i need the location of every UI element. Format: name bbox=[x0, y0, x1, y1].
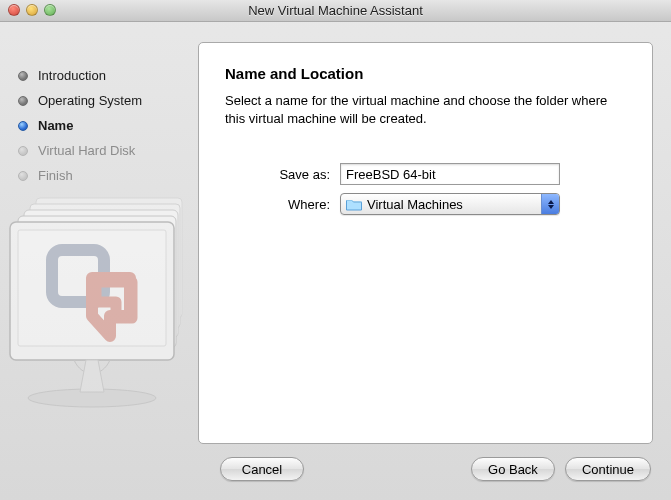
step-virtual-hard-disk: Virtual Hard Disk bbox=[18, 143, 198, 158]
step-bullet-icon bbox=[18, 121, 28, 131]
popup-arrows-icon bbox=[541, 194, 559, 214]
where-popup[interactable]: Virtual Machines bbox=[340, 193, 560, 215]
folder-icon bbox=[346, 198, 362, 211]
where-row: Where: Virtual Machines bbox=[225, 193, 626, 215]
window-title: New Virtual Machine Assistant bbox=[0, 3, 671, 18]
where-label: Where: bbox=[225, 197, 340, 212]
go-back-button[interactable]: Go Back bbox=[471, 457, 555, 481]
window-controls bbox=[8, 4, 56, 16]
step-finish: Finish bbox=[18, 168, 198, 183]
step-label: Name bbox=[38, 118, 73, 133]
step-label: Introduction bbox=[38, 68, 106, 83]
step-introduction: Introduction bbox=[18, 68, 198, 83]
step-bullet-icon bbox=[18, 146, 28, 156]
wizard-steps: Introduction Operating System Name Virtu… bbox=[18, 42, 198, 444]
step-bullet-icon bbox=[18, 71, 28, 81]
save-as-label: Save as: bbox=[225, 167, 340, 182]
step-bullet-icon bbox=[18, 96, 28, 106]
footer: Cancel Go Back Continue bbox=[0, 444, 671, 500]
pane-description: Select a name for the virtual machine an… bbox=[225, 92, 626, 128]
cancel-button[interactable]: Cancel bbox=[220, 457, 304, 481]
zoom-window-button[interactable] bbox=[44, 4, 56, 16]
titlebar: New Virtual Machine Assistant bbox=[0, 0, 671, 22]
main-pane: Name and Location Select a name for the … bbox=[198, 42, 653, 444]
continue-button[interactable]: Continue bbox=[565, 457, 651, 481]
step-operating-system: Operating System bbox=[18, 93, 198, 108]
step-name: Name bbox=[18, 118, 198, 133]
where-value: Virtual Machines bbox=[367, 197, 463, 212]
step-bullet-icon bbox=[18, 171, 28, 181]
step-label: Virtual Hard Disk bbox=[38, 143, 135, 158]
step-label: Operating System bbox=[38, 93, 142, 108]
minimize-window-button[interactable] bbox=[26, 4, 38, 16]
step-label: Finish bbox=[38, 168, 73, 183]
pane-heading: Name and Location bbox=[225, 65, 626, 82]
close-window-button[interactable] bbox=[8, 4, 20, 16]
save-as-input[interactable] bbox=[340, 163, 560, 185]
save-as-row: Save as: bbox=[225, 163, 626, 185]
